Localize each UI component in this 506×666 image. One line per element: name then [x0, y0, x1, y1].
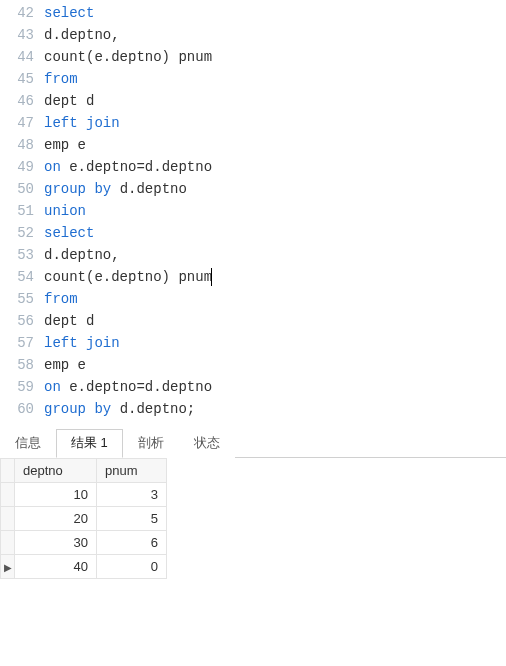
text-token: e.deptno=d.deptno	[69, 159, 212, 175]
code-content[interactable]: from	[44, 288, 506, 310]
tab-result1[interactable]: 结果 1	[56, 429, 123, 458]
line-number: 50	[0, 178, 44, 200]
table-row[interactable]: 205	[1, 507, 167, 531]
line-number: 51	[0, 200, 44, 222]
code-content[interactable]: d.deptno,	[44, 24, 506, 46]
cell-deptno[interactable]: 10	[15, 483, 97, 507]
cell-deptno[interactable]: 30	[15, 531, 97, 555]
keyword-token: from	[44, 291, 78, 307]
editor-line[interactable]: 45from	[0, 68, 506, 90]
line-number: 42	[0, 2, 44, 24]
current-row-icon: ▶	[4, 562, 12, 573]
editor-line[interactable]: 47left join	[0, 112, 506, 134]
cell-pnum[interactable]: 3	[97, 483, 167, 507]
text-token: emp e	[44, 137, 86, 153]
line-number: 52	[0, 222, 44, 244]
code-content[interactable]: dept d	[44, 90, 506, 112]
text-token: d.deptno	[120, 181, 187, 197]
cell-pnum[interactable]: 5	[97, 507, 167, 531]
editor-line[interactable]: 49on e.deptno=d.deptno	[0, 156, 506, 178]
keyword-token: union	[44, 203, 86, 219]
code-content[interactable]: count(e.deptno) pnum	[44, 46, 506, 68]
result-grid[interactable]: deptnopnum103205306▶400	[0, 458, 167, 579]
editor-line[interactable]: 51union	[0, 200, 506, 222]
cell-pnum[interactable]: 0	[97, 555, 167, 579]
line-number: 43	[0, 24, 44, 46]
table-header-row: deptnopnum	[1, 459, 167, 483]
keyword-token: group by	[44, 401, 120, 417]
text-token: d.deptno;	[120, 401, 196, 417]
cell-pnum[interactable]: 6	[97, 531, 167, 555]
line-number: 56	[0, 310, 44, 332]
row-indicator	[1, 507, 15, 531]
code-content[interactable]: group by d.deptno;	[44, 398, 506, 420]
table-row[interactable]: ▶400	[1, 555, 167, 579]
editor-line[interactable]: 50group by d.deptno	[0, 178, 506, 200]
tab-status[interactable]: 状态	[179, 429, 235, 458]
line-number: 55	[0, 288, 44, 310]
text-token: d.deptno,	[44, 27, 120, 43]
line-number: 49	[0, 156, 44, 178]
code-content[interactable]: select	[44, 222, 506, 244]
tab-profile[interactable]: 剖析	[123, 429, 179, 458]
editor-line[interactable]: 58emp e	[0, 354, 506, 376]
line-number: 59	[0, 376, 44, 398]
editor-line[interactable]: 44count(e.deptno) pnum	[0, 46, 506, 68]
editor-line[interactable]: 57left join	[0, 332, 506, 354]
text-token: dept d	[44, 93, 94, 109]
tab-info[interactable]: 信息	[0, 429, 56, 458]
line-number: 48	[0, 134, 44, 156]
row-indicator	[1, 531, 15, 555]
line-number: 58	[0, 354, 44, 376]
editor-line[interactable]: 42select	[0, 2, 506, 24]
line-number: 47	[0, 112, 44, 134]
editor-line[interactable]: 43d.deptno,	[0, 24, 506, 46]
editor-line[interactable]: 46dept d	[0, 90, 506, 112]
text-token: count(e.deptno) pnum	[44, 49, 212, 65]
line-number: 57	[0, 332, 44, 354]
text-token: d.deptno,	[44, 247, 120, 263]
editor-line[interactable]: 56dept d	[0, 310, 506, 332]
code-content[interactable]: group by d.deptno	[44, 178, 506, 200]
line-number: 46	[0, 90, 44, 112]
row-header-corner	[1, 459, 15, 483]
code-content[interactable]: on e.deptno=d.deptno	[44, 156, 506, 178]
code-content[interactable]: left join	[44, 112, 506, 134]
row-indicator: ▶	[1, 555, 15, 579]
table-row[interactable]: 306	[1, 531, 167, 555]
line-number: 53	[0, 244, 44, 266]
text-token: emp e	[44, 357, 86, 373]
code-content[interactable]: count(e.deptno) pnum	[44, 266, 506, 288]
row-indicator	[1, 483, 15, 507]
editor-line[interactable]: 54count(e.deptno) pnum	[0, 266, 506, 288]
line-number: 60	[0, 398, 44, 420]
sql-editor[interactable]: 42select43d.deptno,44count(e.deptno) pnu…	[0, 0, 506, 426]
code-content[interactable]: select	[44, 2, 506, 24]
text-cursor	[211, 268, 212, 286]
code-content[interactable]: left join	[44, 332, 506, 354]
result-tabs: 信息结果 1剖析状态	[0, 426, 506, 458]
editor-line[interactable]: 53d.deptno,	[0, 244, 506, 266]
editor-line[interactable]: 60group by d.deptno;	[0, 398, 506, 420]
editor-line[interactable]: 48emp e	[0, 134, 506, 156]
column-header-deptno[interactable]: deptno	[15, 459, 97, 483]
text-token: e.deptno=d.deptno	[69, 379, 212, 395]
text-token: count(e.deptno) pnum	[44, 269, 212, 285]
column-header-pnum[interactable]: pnum	[97, 459, 167, 483]
code-content[interactable]: emp e	[44, 134, 506, 156]
code-content[interactable]: union	[44, 200, 506, 222]
table-row[interactable]: 103	[1, 483, 167, 507]
cell-deptno[interactable]: 40	[15, 555, 97, 579]
code-content[interactable]: dept d	[44, 310, 506, 332]
keyword-token: left join	[44, 335, 120, 351]
code-content[interactable]: d.deptno,	[44, 244, 506, 266]
editor-line[interactable]: 52select	[0, 222, 506, 244]
editor-line[interactable]: 59on e.deptno=d.deptno	[0, 376, 506, 398]
cell-deptno[interactable]: 20	[15, 507, 97, 531]
code-content[interactable]: on e.deptno=d.deptno	[44, 376, 506, 398]
keyword-token: group by	[44, 181, 120, 197]
keyword-token: select	[44, 5, 94, 21]
code-content[interactable]: emp e	[44, 354, 506, 376]
editor-line[interactable]: 55from	[0, 288, 506, 310]
code-content[interactable]: from	[44, 68, 506, 90]
